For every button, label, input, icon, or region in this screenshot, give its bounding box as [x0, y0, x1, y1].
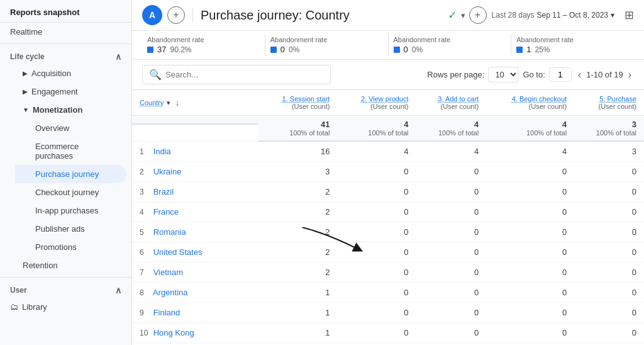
col-label-checkout: 4. Begin checkout: [512, 95, 567, 103]
sidebar-item-monetization[interactable]: ▼ Monetization: [10, 101, 126, 119]
sidebar-item-retention[interactable]: Retention: [10, 256, 126, 274]
begin-checkout-cell: 4: [486, 141, 574, 162]
sidebar-item-realtime[interactable]: Realtime: [0, 23, 126, 41]
country-name-link[interactable]: Argentina: [153, 288, 188, 297]
report-icon[interactable]: ⊞: [625, 8, 634, 22]
rank-cell: 5: [140, 228, 151, 237]
abandonment-bar: Abandonment rate 37 90.2% Abandonment ra…: [132, 31, 644, 60]
abandon-cell-3: Abandonment rate 0 0%: [389, 35, 512, 55]
toolbar: 🔍 Rows per page: 10 25 50 Go to: ‹ 1-10 …: [132, 60, 644, 90]
view-product-cell: 0: [337, 283, 416, 303]
country-name-link[interactable]: France: [153, 207, 179, 217]
country-name-link[interactable]: United States: [153, 247, 203, 257]
col-sub-view: (User count): [370, 103, 409, 110]
sidebar-item-in-app[interactable]: In-app purchases: [15, 201, 126, 220]
sidebar-item-label: Retention: [23, 261, 58, 270]
abandon-label-3: Abandonment rate: [394, 36, 451, 43]
sidebar-item-ecommerce[interactable]: Ecommerce purchases: [15, 137, 126, 165]
sidebar-header: Reports snapshot: [0, 0, 131, 23]
sidebar-item-label: Monetization: [33, 105, 82, 115]
blue-square-icon: [516, 47, 523, 53]
country-name-link[interactable]: Ukraine: [153, 167, 182, 176]
col-sub-session: (User count): [292, 103, 330, 110]
country-cell: 10 Hong Kong: [132, 323, 258, 343]
purchase-cell: 0: [574, 323, 644, 343]
session-start-cell: 2: [258, 182, 337, 202]
col-header-session-start[interactable]: 1. Session start (User count): [258, 90, 337, 116]
sidebar-section-lifecycle[interactable]: Life cycle ∧: [0, 47, 131, 64]
arrow-right-icon: ▶: [23, 88, 28, 95]
add-to-cart-cell: 4: [416, 141, 487, 162]
session-start-cell: 2: [258, 202, 337, 222]
col-header-begin-checkout[interactable]: 4. Begin checkout (User count): [486, 90, 574, 116]
purchase-cell: 0: [574, 303, 644, 323]
country-cell: 2 Ukraine: [132, 162, 258, 182]
abandon-cell-4: Abandonment rate 1 25%: [511, 35, 634, 55]
sidebar-item-purchase-journey[interactable]: Purchase journey: [15, 165, 126, 183]
rows-per-page-select[interactable]: 10 25 50: [488, 67, 519, 82]
view-product-cell: 0: [337, 162, 416, 182]
sidebar-section-user[interactable]: User ∧: [0, 280, 131, 298]
country-name-link[interactable]: Romania: [153, 227, 186, 237]
session-start-cell: 2: [258, 263, 337, 283]
col-sub-checkout: (User count): [529, 103, 567, 110]
col-dropdown-icon[interactable]: ▾: [167, 99, 170, 107]
sidebar-item-overview[interactable]: Overview: [15, 119, 126, 137]
add-comparison-button[interactable]: +: [469, 6, 487, 24]
sidebar-item-publisher-ads[interactable]: Publisher ads: [15, 220, 126, 238]
rank-cell: 10: [140, 329, 151, 337]
begin-checkout-cell: 0: [486, 162, 574, 182]
divider-2: [0, 277, 131, 278]
col-label-country: Country: [140, 99, 164, 106]
add-account-button[interactable]: +: [167, 6, 185, 24]
country-name-link[interactable]: Finland: [153, 308, 180, 317]
abandon-value-4: 1: [526, 45, 531, 54]
country-cell: 4 France: [132, 202, 258, 222]
country-cell: 8 Argentina: [132, 283, 258, 303]
col-header-add-to-cart[interactable]: 3. Add to cart (User count): [416, 90, 487, 116]
sort-down-icon[interactable]: ↓: [175, 98, 180, 108]
sidebar-item-label: Ecommerce purchases: [35, 142, 116, 161]
sidebar-item-promotions[interactable]: Promotions: [15, 238, 126, 256]
sidebar-item-engagement[interactable]: ▶ Engagement: [10, 82, 126, 101]
rank-cell: 9: [140, 308, 151, 317]
next-page-button[interactable]: ›: [626, 68, 634, 82]
purchase-cell: 0: [574, 222, 644, 242]
table-row: 7 Vietnam 2 0 0 0 0: [132, 263, 644, 283]
goto-input[interactable]: [549, 67, 572, 82]
col-header-view-product[interactable]: 2. View product (User count): [337, 90, 416, 116]
page-title: Purchase journey: Country: [201, 8, 443, 23]
page-info: 1-10 of 19: [586, 70, 623, 79]
col-header-country[interactable]: Country ▾ ↓: [132, 90, 258, 116]
prev-page-button[interactable]: ‹: [575, 68, 584, 82]
rank-cell: 8: [140, 288, 151, 297]
country-name-link[interactable]: Brazil: [153, 187, 174, 196]
sidebar-item-checkout-journey[interactable]: Checkout journey: [15, 183, 126, 201]
search-input[interactable]: [165, 70, 324, 79]
country-name-link[interactable]: Vietnam: [153, 268, 183, 277]
col-header-purchase[interactable]: 5. Purchase (User count): [574, 90, 644, 116]
sidebar-item-acquisition[interactable]: ▶ Acquisition: [10, 64, 126, 82]
add-to-cart-cell: 0: [416, 202, 487, 222]
country-name-link[interactable]: India: [153, 147, 171, 156]
sidebar-item-library[interactable]: 🗂 Library: [0, 298, 126, 316]
search-box[interactable]: 🔍: [142, 65, 331, 84]
purchase-cell: 0: [574, 283, 644, 303]
country-name-link[interactable]: Hong Kong: [153, 328, 194, 337]
main-content: A + Purchase journey: Country ✓ ▾ + Last…: [132, 0, 644, 345]
abandon-cell-2: Abandonment rate 0 0%: [265, 35, 389, 55]
top-bar: A + Purchase journey: Country ✓ ▾ + Last…: [132, 0, 644, 31]
chevron-down-icon: ▾: [461, 11, 465, 20]
view-product-cell: 0: [337, 182, 416, 202]
col-label-view: 2. View product: [361, 95, 409, 103]
abandon-cell-1: Abandonment rate 37 90.2%: [142, 35, 265, 55]
sidebar: Reports snapshot Realtime Life cycle ∧ ▶…: [0, 0, 132, 345]
purchase-cell: 0: [574, 263, 644, 283]
table-row: 1 India 16 4 4 4 3: [132, 141, 644, 162]
date-dropdown-icon[interactable]: ▾: [611, 11, 614, 20]
purchase-cell: 0: [574, 162, 644, 182]
title-dropdown-button[interactable]: ▾: [461, 11, 465, 20]
section-label: Life cycle: [10, 52, 45, 61]
view-product-cell: 0: [337, 222, 416, 242]
arrow-down-icon: ▼: [23, 106, 29, 113]
